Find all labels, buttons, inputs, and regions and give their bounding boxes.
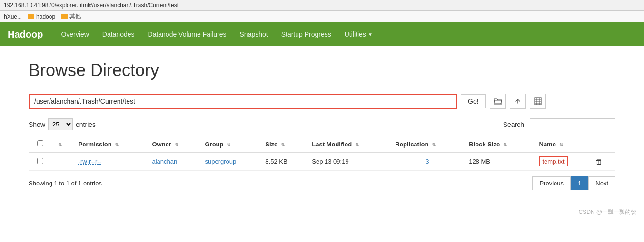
row-block-size: 128 MB <box>464 152 534 171</box>
row-owner: alanchan <box>147 152 200 171</box>
up-directory-button[interactable] <box>510 94 526 109</box>
files-table: ⇅ Permission ⇅ Owner ⇅ Group ⇅ Size ⇅ La… <box>29 136 615 171</box>
row-permission: -rw-r--r-- <box>74 152 148 171</box>
entries-select[interactable]: 10 25 50 100 <box>48 118 73 130</box>
folder-open-icon <box>494 97 502 105</box>
bookmark-hxue[interactable]: hXue... <box>4 13 22 20</box>
page-1-button[interactable]: 1 <box>571 176 588 190</box>
url-text: 192.168.10.41:9870/explorer.html#/user/a… <box>4 2 178 9</box>
table-header-row: ⇅ Permission ⇅ Owner ⇅ Group ⇅ Size ⇅ La… <box>29 136 615 153</box>
folder-open-button[interactable] <box>490 94 506 109</box>
th-block-size[interactable]: Block Size ⇅ <box>464 136 534 153</box>
row-name: temp.txt <box>535 152 591 171</box>
th-checkbox <box>29 136 52 153</box>
sort-icon-all: ⇅ <box>58 142 62 147</box>
th-sort[interactable]: ⇅ <box>52 136 74 153</box>
th-permission[interactable]: Permission ⇅ <box>74 136 148 153</box>
nav-snapshot[interactable]: Snapshot <box>233 22 275 46</box>
file-name-link[interactable]: temp.txt <box>539 156 568 166</box>
row-group: supergroup <box>200 152 260 171</box>
search-label: Search: <box>503 121 526 128</box>
search-input[interactable] <box>530 118 615 130</box>
path-bar: Go! <box>29 94 615 109</box>
row-size: 8.52 KB <box>260 152 307 171</box>
row-checkbox[interactable] <box>37 158 43 164</box>
th-last-modified[interactable]: Last Modified ⇅ <box>307 136 390 153</box>
pagination: Previous 1 Next <box>532 176 615 190</box>
permission-link[interactable]: -rw-r--r-- <box>79 158 101 165</box>
up-arrow-icon <box>514 97 522 105</box>
bookmark-hadoop-label: hadoop <box>36 13 55 20</box>
previous-button[interactable]: Previous <box>532 176 571 190</box>
nav-utilities[interactable]: Utilities ▼ <box>338 22 379 46</box>
nav-startup-progress[interactable]: Startup Progress <box>275 22 338 46</box>
table-view-button[interactable] <box>530 94 546 109</box>
nav-datanodes[interactable]: Datanodes <box>96 22 141 46</box>
bookmark-hxue-label: hXue... <box>4 13 22 20</box>
sort-icon-replication: ⇅ <box>432 142 436 147</box>
bookmark-hadoop[interactable]: hadoop <box>28 13 55 20</box>
row-delete-cell: 🗑 <box>591 152 615 171</box>
navbar-brand[interactable]: Hadoop <box>8 29 43 40</box>
th-owner[interactable]: Owner ⇅ <box>147 136 200 153</box>
folder-icon-other <box>61 14 68 19</box>
entries-label: entries <box>76 121 96 128</box>
bookmarks-bar: hXue... hadoop 其他 <box>0 11 644 22</box>
select-all-checkbox[interactable] <box>37 140 43 146</box>
path-input[interactable] <box>29 94 457 109</box>
navbar: Hadoop Overview Datanodes Datanode Volum… <box>0 22 644 46</box>
row-checkbox-cell <box>29 152 52 171</box>
row-replication: 3 <box>390 152 464 171</box>
table-row: -rw-r--r-- alanchan supergroup 8.52 KB S… <box>29 152 615 171</box>
delete-button[interactable]: 🗑 <box>595 157 603 165</box>
row-last-modified: Sep 13 09:19 <box>307 152 390 171</box>
sort-icon-block-size: ⇅ <box>503 142 507 147</box>
bookmark-other-label: 其他 <box>69 12 81 20</box>
sort-icon-last-modified: ⇅ <box>355 142 359 147</box>
sort-icon-name: ⇅ <box>559 142 563 147</box>
table-icon <box>534 97 542 105</box>
browser-url-bar: 192.168.10.41:9870/explorer.html#/user/a… <box>0 0 644 11</box>
utilities-dropdown-arrow: ▼ <box>368 32 373 37</box>
group-link[interactable]: supergroup <box>205 158 236 165</box>
th-name[interactable]: Name ⇅ <box>535 136 591 153</box>
owner-link[interactable]: alanchan <box>152 158 177 165</box>
search-right: Search: <box>503 118 615 130</box>
showing-text: Showing 1 to 1 of 1 entries <box>29 180 102 187</box>
show-entries-left: Show 10 25 50 100 entries <box>29 118 96 130</box>
page-title: Browse Directory <box>29 60 615 80</box>
sort-icon-size: ⇅ <box>281 142 285 147</box>
sort-icon-group: ⇅ <box>227 142 230 147</box>
sort-icon-permission: ⇅ <box>115 142 119 147</box>
nav-datanode-volume-failures[interactable]: Datanode Volume Failures <box>141 22 233 46</box>
main-content: Browse Directory Go! <box>0 46 644 204</box>
sort-icon-owner: ⇅ <box>175 142 178 147</box>
bookmark-other[interactable]: 其他 <box>61 12 81 20</box>
next-button[interactable]: Next <box>588 176 615 190</box>
watermark-text: CSDN @一瓢一瓢的饮 <box>578 209 636 215</box>
th-group[interactable]: Group ⇅ <box>200 136 260 153</box>
th-delete <box>591 136 615 153</box>
th-replication[interactable]: Replication ⇅ <box>390 136 464 153</box>
show-label: Show <box>29 121 45 128</box>
go-button[interactable]: Go! <box>461 94 486 108</box>
watermark: CSDN @一瓢一瓢的饮 <box>0 204 644 220</box>
row-type-icon-cell <box>52 152 74 171</box>
nav-overview[interactable]: Overview <box>54 22 95 46</box>
table-footer: Showing 1 to 1 of 1 entries Previous 1 N… <box>29 176 615 190</box>
folder-icon <box>28 14 34 19</box>
replication-link[interactable]: 3 <box>426 158 429 165</box>
show-entries-row: Show 10 25 50 100 entries Search: <box>29 118 615 130</box>
th-size[interactable]: Size ⇅ <box>260 136 307 153</box>
